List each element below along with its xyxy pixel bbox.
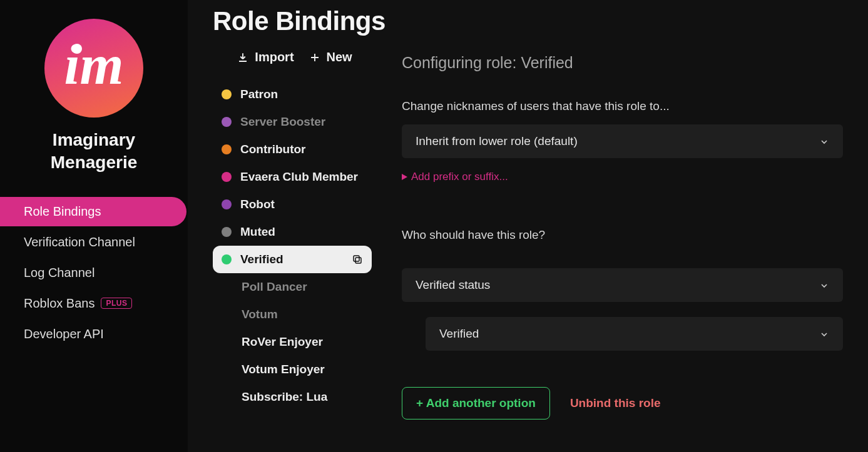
- role-item-verified[interactable]: Verified: [213, 246, 372, 273]
- svg-rect-1: [354, 256, 359, 261]
- nav-log-channel[interactable]: Log Channel: [0, 258, 186, 288]
- chevron-down-icon: [819, 280, 829, 290]
- main: Role Bindings Import New Patr: [188, 0, 868, 452]
- who-select-value: Verified status: [416, 278, 490, 292]
- role-label: Patron: [240, 88, 278, 101]
- role-dot: [222, 117, 232, 127]
- role-item-poll-dancer[interactable]: Poll Dancer: [213, 273, 372, 301]
- role-item-subscribe-lua[interactable]: Subscribe: Lua: [213, 383, 372, 411]
- download-icon: [237, 52, 248, 63]
- who-sub-select[interactable]: Verified: [426, 317, 843, 351]
- role-item-votum-enjoyer[interactable]: Votum Enjoyer: [213, 356, 372, 383]
- role-item-votum[interactable]: Votum: [213, 301, 372, 328]
- role-label: Robot: [240, 198, 275, 211]
- add-prefix-link[interactable]: Add prefix or suffix...: [402, 171, 843, 183]
- role-dot: [222, 144, 232, 154]
- unbind-button[interactable]: Unbind this role: [570, 396, 661, 410]
- sidebar: im ImaginaryMenagerie Role Bindings Veri…: [0, 0, 188, 452]
- nav-label: Role Bindings: [24, 204, 101, 219]
- role-item-robot[interactable]: Robot: [213, 191, 372, 218]
- server-name: ImaginaryMenagerie: [51, 129, 138, 174]
- import-button[interactable]: Import: [237, 50, 294, 64]
- nav-roblox-bans[interactable]: Roblox Bans PLUS: [0, 289, 186, 318]
- role-label: Evaera Club Member: [240, 170, 358, 184]
- chevron-down-icon: [819, 329, 829, 339]
- plus-badge: PLUS: [101, 298, 132, 309]
- role-dot: [222, 172, 232, 182]
- role-item-rover-enjoyer[interactable]: RoVer Enjoyer: [213, 328, 372, 356]
- role-dot: [222, 89, 232, 99]
- role-label: Verified: [240, 253, 283, 266]
- role-dot: [222, 254, 232, 264]
- role-label: Votum Enjoyer: [242, 363, 325, 376]
- role-dot: [222, 227, 232, 237]
- nav: Role Bindings Verification Channel Log C…: [0, 197, 188, 350]
- role-label: Contributor: [240, 143, 305, 156]
- nav-verification-channel[interactable]: Verification Channel: [0, 228, 186, 257]
- logo-text: im: [64, 33, 123, 97]
- import-label: Import: [255, 50, 294, 64]
- role-label: Server Booster: [240, 115, 325, 129]
- copy-icon: [352, 254, 363, 265]
- config-heading: Configuring role: Verified: [402, 54, 843, 72]
- chevron-down-icon: [819, 136, 829, 146]
- role-label: Poll Dancer: [242, 280, 307, 294]
- role-list-wrap: PatronServer BoosterContributorEvaera Cl…: [213, 81, 377, 452]
- nav-label: Verification Channel: [24, 235, 135, 249]
- prefix-link-label: Add prefix or suffix...: [411, 171, 508, 183]
- role-dot: [222, 199, 232, 209]
- role-label: Votum: [242, 308, 278, 321]
- new-button[interactable]: New: [309, 50, 352, 64]
- role-label: Muted: [240, 225, 275, 239]
- svg-rect-0: [355, 258, 361, 263]
- role-label: Subscribe: Lua: [242, 390, 327, 404]
- content-row: Import New PatronServer BoosterContribut…: [213, 50, 868, 452]
- server-logo: im: [44, 19, 143, 118]
- page-title: Role Bindings: [213, 6, 868, 36]
- role-item-muted[interactable]: Muted: [213, 218, 372, 246]
- plus-icon: [309, 52, 320, 63]
- action-row: Import New: [213, 50, 377, 64]
- add-option-button[interactable]: + Add another option: [402, 387, 550, 419]
- role-column: Import New PatronServer BoosterContribut…: [213, 50, 377, 452]
- role-item-contributor[interactable]: Contributor: [213, 136, 372, 163]
- nickname-select-value: Inherit from lower role (default): [416, 134, 578, 148]
- nav-label: Log Channel: [24, 266, 94, 280]
- nickname-label: Change nicknames of users that have this…: [402, 99, 843, 113]
- nav-label: Developer API: [24, 327, 104, 341]
- role-label: RoVer Enjoyer: [242, 335, 323, 349]
- role-list[interactable]: PatronServer BoosterContributorEvaera Cl…: [213, 81, 377, 452]
- nav-developer-api[interactable]: Developer API: [0, 319, 186, 349]
- role-item-server-booster[interactable]: Server Booster: [213, 108, 372, 136]
- who-label: Who should have this role?: [402, 228, 843, 242]
- role-item-evaera-club-member[interactable]: Evaera Club Member: [213, 163, 372, 191]
- new-label: New: [327, 50, 352, 64]
- nickname-select[interactable]: Inherit from lower role (default): [402, 124, 843, 158]
- nav-label: Roblox Bans: [24, 296, 94, 311]
- who-select[interactable]: Verified status: [402, 268, 843, 302]
- bottom-buttons: + Add another option Unbind this role: [402, 387, 843, 419]
- arrow-right-icon: [402, 174, 407, 180]
- who-sub-select-value: Verified: [439, 327, 479, 341]
- config-column: Configuring role: Verified Change nickna…: [402, 50, 868, 452]
- nav-role-bindings[interactable]: Role Bindings: [0, 197, 186, 226]
- role-item-patron[interactable]: Patron: [213, 81, 372, 108]
